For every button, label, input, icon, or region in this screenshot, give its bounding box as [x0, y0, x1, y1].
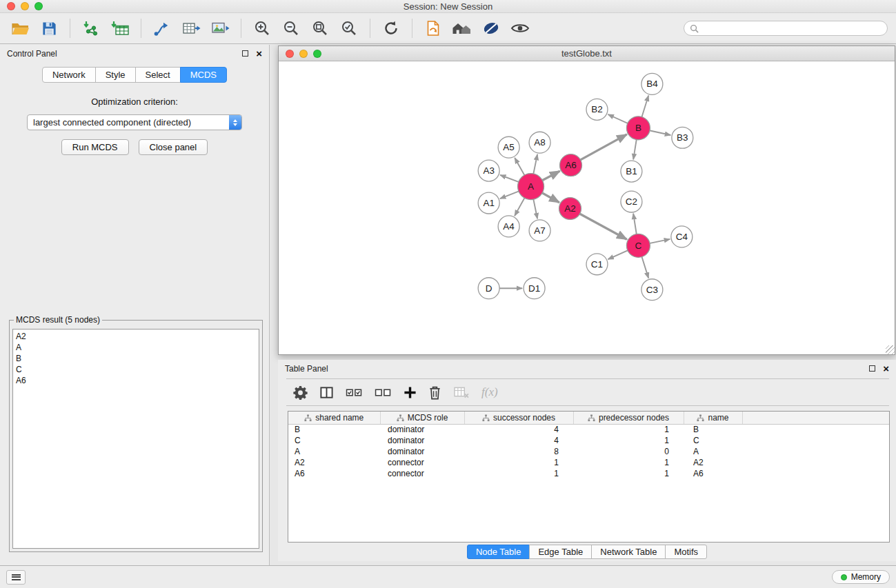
column-header[interactable]: name [684, 412, 742, 424]
search-input[interactable] [702, 23, 882, 33]
criterion-dropdown[interactable]: largest connected component (directed) [27, 114, 242, 130]
tab-motifs[interactable]: Motifs [665, 545, 707, 559]
toolbar-separator [70, 19, 70, 38]
import-table-button[interactable] [108, 17, 132, 39]
table-row[interactable]: A2connector11A2 [288, 457, 889, 468]
graph-node-label: C3 [646, 285, 658, 295]
eye-button[interactable] [508, 17, 532, 39]
graph-node-label: B4 [646, 79, 658, 89]
float-table-panel-icon[interactable] [869, 365, 875, 372]
column-type-icon [697, 414, 704, 422]
deselect-all-button[interactable] [375, 383, 392, 401]
search-box[interactable] [684, 21, 888, 36]
table-cell-filler [742, 435, 889, 446]
tab-mcds[interactable]: MCDS [180, 67, 227, 83]
zoom-selected-button[interactable] [337, 17, 361, 39]
table-cell: A6 [288, 468, 380, 479]
close-panel-button[interactable]: Close panel [139, 139, 208, 155]
document-button[interactable] [421, 17, 445, 39]
graph-node-label: C1 [591, 259, 603, 270]
tab-edge-table[interactable]: Edge Table [529, 545, 592, 559]
mcds-result-item[interactable]: A2 [16, 331, 256, 342]
open-file-button[interactable] [8, 17, 32, 39]
export-image-button[interactable] [208, 17, 232, 39]
import-network-button[interactable] [79, 17, 103, 39]
network-window-title: testGlobe.txt [279, 48, 895, 59]
table-cell: A2 [684, 457, 742, 468]
tab-style[interactable]: Style [95, 67, 136, 83]
network-canvas[interactable]: B4B2BB3A8A5A6B1A3AC2A1A2A4A7C4CC1C3DD1 [279, 61, 895, 354]
graph-node-label: A3 [483, 165, 494, 176]
mcds-result-item[interactable]: B [16, 353, 256, 364]
tab-network-table[interactable]: Network Table [591, 545, 666, 559]
tab-select[interactable]: Select [135, 67, 181, 83]
table-row[interactable]: A6connector11A6 [288, 468, 889, 479]
export-network-button[interactable] [150, 17, 174, 39]
graph-node-label: A [528, 181, 534, 192]
table-cell: 4 [464, 424, 573, 435]
tab-node-table[interactable]: Node Table [467, 545, 530, 559]
annotation-button[interactable] [479, 17, 503, 39]
minimize-network-button[interactable] [299, 50, 308, 58]
control-panel-header: Control Panel × [0, 45, 269, 62]
memory-button[interactable]: Memory [832, 570, 890, 584]
node-table-body: Bdominator41BCdominator41CAdominator80AA… [288, 424, 889, 479]
float-panel-icon[interactable] [242, 50, 248, 57]
home-button[interactable] [450, 17, 474, 39]
zoom-out-button[interactable] [279, 17, 303, 39]
fx-label: f(x) [481, 385, 498, 399]
mcds-result-list[interactable]: A2ABCA6 [12, 329, 259, 549]
control-panel-tabbar: Network Style Select MCDS [0, 67, 269, 83]
table-row[interactable]: Adominator80A [288, 446, 889, 457]
table-cell: 1 [464, 468, 573, 479]
column-header[interactable]: MCDS role [380, 412, 464, 424]
home-icon [452, 20, 472, 37]
network-window-titlebar[interactable]: testGlobe.txt [279, 46, 895, 61]
column-header[interactable]: predecessor nodes [573, 412, 684, 424]
deselect-all-icon [375, 386, 392, 399]
table-cell: 1 [573, 435, 684, 446]
delete-column-button[interactable] [428, 383, 441, 401]
close-panel-icon[interactable]: × [256, 50, 262, 57]
save-session-button[interactable] [37, 17, 61, 39]
mcds-result-item[interactable]: A6 [16, 375, 256, 386]
maximize-window-button[interactable] [34, 2, 43, 10]
table-row[interactable]: Cdominator41C [288, 435, 889, 446]
column-header[interactable]: shared name [288, 412, 380, 424]
maximize-network-button[interactable] [313, 50, 321, 58]
show-columns-button[interactable] [319, 383, 334, 401]
trash-icon [428, 385, 441, 400]
resize-grip-icon[interactable] [886, 345, 895, 354]
close-network-button[interactable] [286, 50, 294, 58]
import-table-icon [111, 20, 130, 37]
graph-node-label: B [635, 123, 641, 133]
zoom-in-button[interactable] [250, 17, 274, 39]
graph-node-label: B3 [677, 132, 688, 143]
refresh-layout-button[interactable] [379, 17, 403, 39]
list-icon [12, 574, 21, 580]
minimize-window-button[interactable] [21, 2, 29, 10]
add-column-button[interactable] [404, 383, 417, 401]
memory-label: Memory [851, 572, 881, 582]
mcds-result-item[interactable]: A [16, 342, 256, 353]
task-history-button[interactable] [6, 570, 26, 585]
column-header[interactable]: successor nodes [464, 412, 573, 424]
close-window-button[interactable] [7, 2, 15, 10]
function-builder-button[interactable]: f(x) [481, 383, 498, 401]
tab-network[interactable]: Network [42, 67, 96, 83]
run-mcds-button[interactable]: Run MCDS [61, 139, 129, 155]
close-table-panel-icon[interactable]: × [883, 365, 889, 372]
table-cell: A [684, 446, 742, 457]
plus-icon [404, 386, 417, 399]
graph-node-label: C4 [676, 232, 688, 242]
export-table-button[interactable] [179, 17, 203, 39]
table-row[interactable]: Bdominator41B [288, 424, 889, 435]
toolbar-separator [370, 19, 370, 38]
export-image-icon [211, 20, 230, 37]
graph-node-label: B2 [591, 104, 602, 114]
select-all-button[interactable] [346, 383, 363, 401]
zoom-fit-button[interactable] [308, 17, 332, 39]
mcds-result-item[interactable]: C [16, 364, 256, 375]
table-settings-button[interactable] [293, 383, 308, 401]
delete-table-button[interactable] [453, 383, 470, 401]
